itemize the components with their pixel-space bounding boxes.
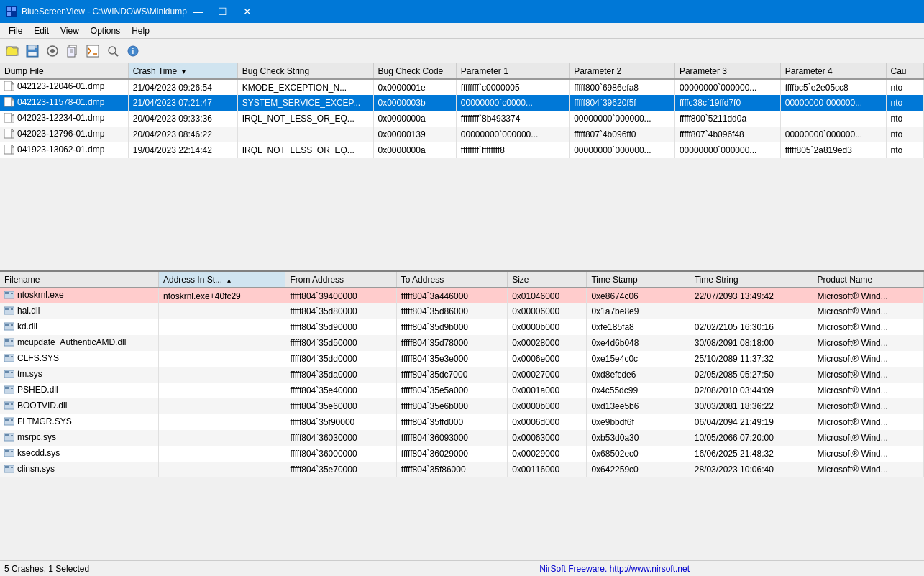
driver-cell: ksecdd.sys: [0, 446, 159, 462]
crash-row[interactable]: 042123-11578-01.dmp21/04/2023 07:21:47SY…: [0, 95, 924, 111]
col-param2[interactable]: Parameter 2: [570, 63, 675, 79]
toolbar-btn-6[interactable]: [104, 42, 122, 60]
status-bar: 5 Crashes, 1 Selected NirSoft Freeware. …: [0, 560, 924, 576]
maximize-button[interactable]: ☐: [211, 3, 234, 20]
driver-cell: 0xd8efcde6: [587, 367, 690, 383]
toolbar-btn-5[interactable]: [83, 42, 102, 60]
driver-row[interactable]: kd.dllfffff804`35d90000fffff804`35d9b000…: [0, 319, 924, 335]
col-param4[interactable]: Parameter 4: [780, 63, 886, 79]
col-caused-by[interactable]: Cau: [886, 63, 923, 79]
crash-cell: 042023-12796-01.dmp: [0, 127, 128, 142]
driver-row[interactable]: msrpc.sysfffff804`36030000fffff804`36093…: [0, 430, 924, 446]
crash-cell: 0x0000001e: [373, 79, 456, 95]
driver-cell: hal.dll: [0, 303, 159, 319]
crash-cell: 042023-12234-01.dmp: [0, 111, 128, 127]
svg-rect-10: [35, 45, 37, 48]
driver-cell: Microsoft® Wind...: [813, 430, 923, 446]
driver-cell: 16/06/2025 21:48:32: [690, 446, 813, 462]
driver-row[interactable]: PSHED.dllfffff804`35e40000fffff804`35e5a…: [0, 383, 924, 398]
svg-rect-30: [12, 132, 14, 138]
crash-row[interactable]: 042023-12234-01.dmp20/04/2023 09:33:36IR…: [0, 111, 924, 127]
driver-cell: [159, 446, 285, 462]
driver-cell: fffff804`35d86000: [396, 303, 507, 319]
svg-rect-27: [4, 113, 12, 122]
col-to-address[interactable]: To Address: [396, 272, 507, 288]
svg-rect-2: [12, 7, 16, 11]
col-bug-check-code[interactable]: Bug Check Code: [373, 63, 456, 79]
driver-cell: [159, 398, 285, 414]
col-product-name[interactable]: Product Name: [813, 272, 923, 288]
svg-rect-44: [11, 340, 13, 342]
driver-cell: 0x00027000: [508, 367, 587, 383]
crash-cell: KMODE_EXCEPTION_N...: [237, 79, 373, 95]
driver-row[interactable]: ntoskrnl.exentoskrnl.exe+40fc29fffff804`…: [0, 288, 924, 303]
toolbar-btn-7[interactable]: i: [124, 42, 142, 60]
crash-cell: 0x0000000a: [373, 142, 456, 158]
toolbar-btn-4[interactable]: [63, 42, 82, 60]
minimize-button[interactable]: —: [187, 3, 210, 20]
menu-options[interactable]: Options: [85, 24, 126, 37]
menu-edit[interactable]: Edit: [28, 24, 55, 37]
svg-rect-37: [5, 308, 9, 310]
crash-cell: 00000000`000000...: [780, 95, 886, 111]
driver-cell: CLFS.SYS: [0, 351, 159, 367]
toolbar-btn-3[interactable]: [43, 42, 62, 60]
driver-cell: 0x00029000: [508, 446, 587, 462]
crash-cell: 0x0000000a: [373, 111, 456, 127]
col-bug-check-string[interactable]: Bug Check String: [237, 63, 373, 79]
col-time-stamp[interactable]: Time Stamp: [587, 272, 690, 288]
crash-row[interactable]: 042023-12796-01.dmp20/04/2023 08:46:220x…: [0, 127, 924, 142]
col-size[interactable]: Size: [508, 272, 587, 288]
driver-row[interactable]: CLFS.SYSfffff804`35dd0000fffff804`35e3e0…: [0, 351, 924, 367]
driver-cell: fffff804`35dd0000: [285, 351, 396, 367]
col-filename[interactable]: Filename: [0, 272, 159, 288]
menu-file[interactable]: File: [3, 24, 28, 37]
menu-bar: File Edit View Options Help: [0, 23, 924, 39]
svg-rect-68: [11, 467, 13, 468]
crash-row[interactable]: 042123-12046-01.dmp21/04/2023 09:26:54KM…: [0, 79, 924, 95]
driver-row[interactable]: tm.sysfffff804`35da0000fffff804`35dc7000…: [0, 367, 924, 383]
svg-rect-23: [4, 81, 12, 91]
driver-row[interactable]: clinsn.sysfffff804`35e70000fffff804`35f8…: [0, 462, 924, 477]
svg-rect-52: [5, 387, 9, 389]
svg-rect-8: [28, 45, 35, 50]
col-address-in-st[interactable]: Address In St... ▴: [159, 272, 285, 288]
upper-panel[interactable]: Dump File Crash Time ▾ Bug Check String …: [0, 63, 924, 272]
close-button[interactable]: ✕: [236, 3, 259, 20]
driver-cell: 0x68502ec0: [587, 446, 690, 462]
driver-row[interactable]: FLTMGR.SYSfffff804`35f90000fffff804`35ff…: [0, 414, 924, 430]
driver-cell: [159, 351, 285, 367]
col-from-address[interactable]: From Address: [285, 272, 396, 288]
driver-cell: fffff804`36000000: [285, 446, 396, 462]
toolbar-btn-2[interactable]: [23, 42, 42, 60]
driver-cell: 02/05/2085 05:27:50: [690, 367, 813, 383]
app-icon: [6, 6, 17, 17]
lower-panel[interactable]: Filename Address In St... ▴ From Address…: [0, 272, 924, 560]
col-param1[interactable]: Parameter 1: [456, 63, 569, 79]
toolbar-btn-1[interactable]: [3, 42, 22, 60]
svg-rect-29: [4, 129, 12, 138]
crash-cell: IRQL_NOT_LESS_OR_EQ...: [237, 142, 373, 158]
main-content: Dump File Crash Time ▾ Bug Check String …: [0, 63, 924, 560]
crash-cell: ffffffff`8b493374: [456, 111, 569, 127]
driver-row[interactable]: hal.dllfffff804`35d80000fffff804`35d8600…: [0, 303, 924, 319]
menu-view[interactable]: View: [55, 24, 85, 37]
menu-help[interactable]: Help: [126, 24, 155, 37]
driver-row[interactable]: BOOTVID.dllfffff804`35e60000fffff804`35e…: [0, 398, 924, 414]
crash-cell: 00000000`c0000...: [456, 95, 569, 111]
svg-rect-3: [7, 12, 11, 16]
svg-rect-9: [28, 52, 37, 56]
nirsoft-link[interactable]: NirSoft Freeware. http://www.nirsoft.net: [309, 564, 920, 574]
col-dump-file[interactable]: Dump File: [0, 63, 128, 79]
driver-row[interactable]: ksecdd.sysfffff804`36000000fffff804`3602…: [0, 446, 924, 462]
driver-row[interactable]: mcupdate_AuthenticAMD.dllfffff804`35d500…: [0, 335, 924, 351]
col-crash-time[interactable]: Crash Time ▾: [128, 63, 237, 79]
col-time-string[interactable]: Time String: [690, 272, 813, 288]
col-param3[interactable]: Parameter 3: [674, 63, 780, 79]
svg-rect-55: [5, 403, 9, 405]
driver-cell: Microsoft® Wind...: [813, 446, 923, 462]
svg-point-19: [109, 47, 116, 54]
svg-rect-35: [11, 293, 13, 294]
driver-cell: [159, 367, 285, 383]
crash-row[interactable]: 041923-13062-01.dmp19/04/2023 22:14:42IR…: [0, 142, 924, 158]
